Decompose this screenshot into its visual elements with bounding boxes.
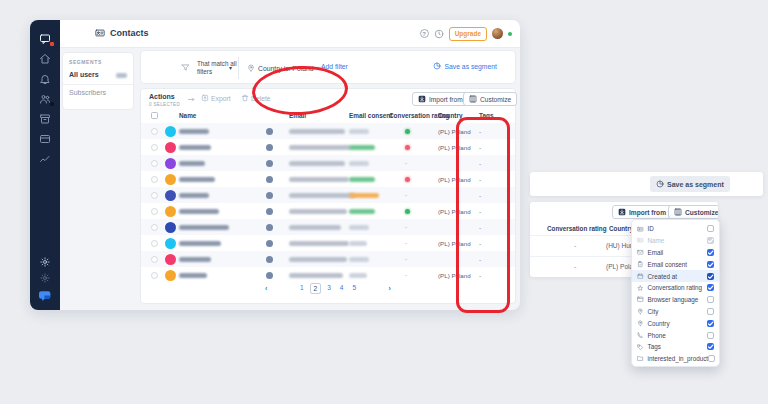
column-checkbox[interactable]	[707, 343, 714, 350]
user-avatar[interactable]	[492, 28, 503, 39]
nav-item-tickets[interactable]	[39, 133, 51, 145]
nav-item-reports[interactable]	[39, 153, 51, 165]
match-mode-dropdown[interactable]: That match all filters	[197, 60, 239, 76]
column-option-conversation-rating[interactable]: Conversation rating	[632, 282, 719, 294]
row-checkbox[interactable]	[151, 208, 158, 215]
segment-count-redacted	[116, 73, 127, 78]
row-checkbox[interactable]	[151, 144, 158, 151]
column-checkbox[interactable]	[707, 332, 714, 339]
divider	[238, 57, 239, 79]
page-number-1[interactable]: 1	[297, 283, 306, 294]
page-number-4[interactable]: 4	[337, 283, 346, 294]
add-filter-link[interactable]: Add filter	[321, 63, 348, 70]
column-checkbox[interactable]	[707, 296, 714, 303]
nav-item-chats[interactable]	[39, 33, 51, 45]
column-checkbox[interactable]	[707, 308, 714, 315]
table-row[interactable]: (PL) Poland-	[141, 171, 515, 187]
column-checkbox[interactable]	[708, 355, 715, 362]
column-header-tags[interactable]: Tags	[479, 112, 493, 119]
column-option-email[interactable]: Email	[632, 247, 719, 259]
row-checkbox[interactable]	[151, 192, 158, 199]
column-checkbox[interactable]	[707, 320, 714, 327]
contact-name-redacted	[179, 209, 219, 214]
email-consent-redacted	[349, 145, 375, 150]
table-row[interactable]: --	[141, 155, 515, 171]
nav-item-home[interactable]	[39, 53, 51, 65]
segment-item-all-users[interactable]: All users	[63, 67, 133, 83]
column-header-name[interactable]: Name	[179, 112, 196, 119]
column-option-created-at[interactable]: Created at	[632, 270, 719, 282]
table-row[interactable]: --	[141, 219, 515, 235]
column-header-country[interactable]: Country	[438, 112, 463, 119]
nav-badge	[50, 42, 54, 46]
filter-chip-country[interactable]: Country is: Poland	[243, 58, 327, 78]
column-option-tags[interactable]: Tags	[632, 341, 719, 353]
page-number-2[interactable]: 2	[310, 283, 321, 294]
nav-item-team[interactable]	[39, 93, 51, 105]
column-checkbox[interactable]	[707, 284, 714, 291]
row-checkbox[interactable]	[151, 240, 158, 247]
column-option-interested-in-product[interactable]: interested_in_product	[632, 353, 719, 365]
apps-gear-icon[interactable]	[40, 273, 50, 283]
nav-item-archives[interactable]	[39, 113, 51, 125]
prev-page-button[interactable]: ‹	[265, 285, 267, 292]
settings-gear-icon[interactable]	[40, 257, 50, 267]
column-option-id[interactable]: ID	[632, 223, 719, 235]
contact-name-redacted	[179, 273, 207, 278]
delete-label: Delete	[251, 95, 271, 102]
row-checkbox[interactable]	[151, 224, 158, 231]
column-header-email[interactable]: Email	[289, 112, 306, 119]
segment-item-subscribers[interactable]: Subscribers	[69, 89, 106, 96]
save-as-segment-link[interactable]: Save as segment	[433, 62, 497, 70]
column-checkbox[interactable]	[707, 225, 714, 232]
row-checkbox[interactable]	[151, 176, 158, 183]
column-option-email-consent[interactable]: Email consent	[632, 258, 719, 270]
table-row[interactable]: (PL) Poland-	[141, 123, 515, 139]
table-row[interactable]: (PL) Poland-	[141, 203, 515, 219]
select-all-checkbox[interactable]	[151, 112, 158, 119]
column-checkbox[interactable]	[707, 249, 714, 256]
column-header-email-consent[interactable]: Email consent	[349, 112, 392, 119]
inset-customize-button[interactable]: Customize	[668, 205, 718, 219]
table-row[interactable]: (PL) Poland-	[141, 139, 515, 155]
upgrade-button[interactable]: Upgrade	[449, 27, 487, 41]
email-consent-redacted	[349, 209, 375, 214]
export-button[interactable]: Export	[201, 94, 231, 102]
page-number-3[interactable]: 3	[325, 283, 334, 294]
column-checkbox[interactable]	[707, 261, 714, 268]
livechat-logo-icon[interactable]	[39, 289, 52, 302]
country-cell: (PL) Poland	[438, 176, 471, 183]
contact-email-redacted	[289, 129, 345, 134]
contacts-icon	[95, 28, 105, 38]
row-checkbox[interactable]	[151, 256, 158, 263]
contact-name-redacted	[179, 225, 229, 230]
column-option-phone[interactable]: Phone	[632, 329, 719, 341]
row-checkbox[interactable]	[151, 160, 158, 167]
column-option-browser-language[interactable]: Browser language	[632, 294, 719, 306]
column-checkbox[interactable]	[707, 273, 714, 280]
source-icon	[266, 272, 273, 279]
next-page-button[interactable]: ›	[389, 285, 391, 292]
column-checkbox[interactable]	[707, 237, 714, 244]
column-option-city[interactable]: City	[632, 306, 719, 318]
inset-column-header-country: Country	[609, 225, 633, 232]
inset-save-as-segment-button[interactable]: Save as segment	[650, 176, 730, 192]
row-checkbox[interactable]	[151, 272, 158, 279]
table-row[interactable]: -(PL) Poland-	[141, 267, 515, 283]
app-window: Contacts ? Upgrade SEGMENTS All users Su…	[30, 20, 520, 310]
row-checkbox[interactable]	[151, 128, 158, 135]
page-number-5[interactable]: 5	[350, 283, 359, 294]
clock-icon[interactable]	[434, 29, 444, 39]
nav-item-engage[interactable]	[39, 73, 51, 85]
column-option-country[interactable]: Country	[632, 317, 719, 329]
help-icon[interactable]: ?	[420, 29, 429, 38]
source-icon	[266, 144, 273, 151]
delete-button[interactable]: Delete	[241, 94, 271, 102]
table-row[interactable]: --	[141, 187, 515, 203]
column-option-name[interactable]: Name	[632, 235, 719, 247]
table-row[interactable]: -(PL) Poland-	[141, 235, 515, 251]
customize-button[interactable]: Customize	[463, 92, 517, 106]
inset-column-header-rating: Conversation rating	[547, 225, 606, 232]
table-row[interactable]: --	[141, 251, 515, 267]
save-as-segment-label: Save as segment	[444, 63, 497, 70]
